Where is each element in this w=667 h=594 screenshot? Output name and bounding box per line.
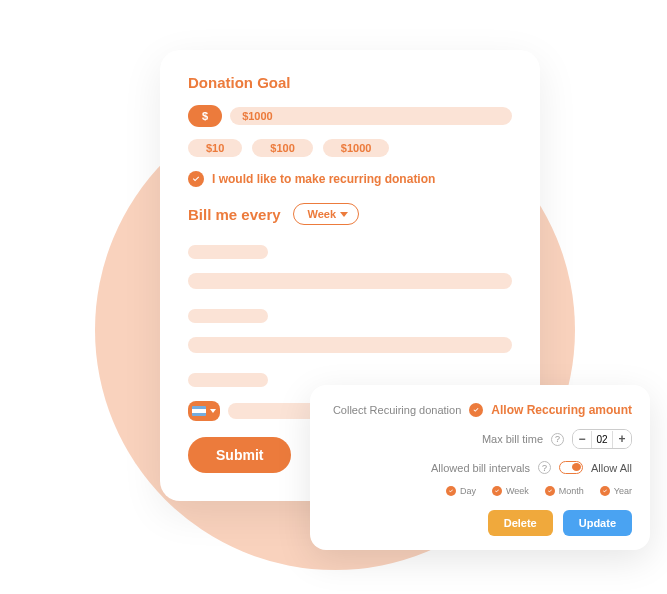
interval-label: Month bbox=[559, 486, 584, 496]
stepper-plus[interactable]: + bbox=[613, 430, 631, 448]
check-icon bbox=[492, 486, 502, 496]
interval-week[interactable]: Week bbox=[492, 486, 529, 496]
check-icon bbox=[446, 486, 456, 496]
text-input-placeholder[interactable] bbox=[188, 337, 512, 353]
allow-recurring-label: Allow Reccuring amount bbox=[491, 403, 632, 417]
help-icon[interactable]: ? bbox=[551, 433, 564, 446]
amount-option-100[interactable]: $100 bbox=[252, 139, 312, 157]
amount-option-10[interactable]: $10 bbox=[188, 139, 242, 157]
recurring-label: I would like to make recurring donation bbox=[212, 172, 435, 186]
text-input-placeholder[interactable] bbox=[188, 273, 512, 289]
goal-row: $ $1000 bbox=[188, 105, 512, 127]
action-row: Delete Update bbox=[328, 510, 632, 536]
interval-month[interactable]: Month bbox=[545, 486, 584, 496]
donation-goal-title: Donation Goal bbox=[188, 74, 512, 91]
collect-recurring-label: Collect Recuiring donation bbox=[333, 404, 461, 416]
flag-icon bbox=[192, 406, 206, 416]
bill-label: Bill me every bbox=[188, 206, 281, 223]
country-select[interactable] bbox=[188, 401, 220, 421]
allowed-intervals-label: Allowed bill intervals bbox=[431, 462, 530, 474]
max-bill-stepper: − 02 + bbox=[572, 429, 632, 449]
interval-label: Year bbox=[614, 486, 632, 496]
allow-all-label: Allow All bbox=[591, 462, 632, 474]
field-label-placeholder bbox=[188, 245, 268, 259]
stepper-value: 02 bbox=[591, 431, 613, 448]
interval-list: Day Week Month Year bbox=[328, 486, 632, 496]
recurring-checkbox-row[interactable]: I would like to make recurring donation bbox=[188, 171, 512, 187]
check-icon bbox=[545, 486, 555, 496]
goal-amount-input[interactable]: $1000 bbox=[230, 107, 512, 125]
amount-option-1000[interactable]: $1000 bbox=[323, 139, 390, 157]
interval-day[interactable]: Day bbox=[446, 486, 476, 496]
check-icon bbox=[188, 171, 204, 187]
submit-button[interactable]: Submit bbox=[188, 437, 291, 473]
delete-button[interactable]: Delete bbox=[488, 510, 553, 536]
check-icon bbox=[600, 486, 610, 496]
interval-year[interactable]: Year bbox=[600, 486, 632, 496]
bill-interval-value: Week bbox=[308, 208, 337, 220]
max-bill-label: Max bill time bbox=[482, 433, 543, 445]
allow-all-toggle[interactable] bbox=[559, 461, 583, 474]
update-button[interactable]: Update bbox=[563, 510, 632, 536]
interval-label: Day bbox=[460, 486, 476, 496]
bill-frequency-row: Bill me every Week bbox=[188, 203, 512, 225]
check-icon[interactable] bbox=[469, 403, 483, 417]
bill-interval-select[interactable]: Week bbox=[293, 203, 360, 225]
amount-options: $10 $100 $1000 bbox=[188, 139, 512, 157]
field-label-placeholder bbox=[188, 309, 268, 323]
stepper-minus[interactable]: − bbox=[573, 430, 591, 448]
interval-label: Week bbox=[506, 486, 529, 496]
help-icon[interactable]: ? bbox=[538, 461, 551, 474]
settings-card: Collect Recuiring donation Allow Reccuri… bbox=[310, 385, 650, 550]
currency-chip[interactable]: $ bbox=[188, 105, 222, 127]
chevron-down-icon bbox=[340, 212, 348, 217]
chevron-down-icon bbox=[210, 409, 216, 413]
field-label-placeholder bbox=[188, 373, 268, 387]
